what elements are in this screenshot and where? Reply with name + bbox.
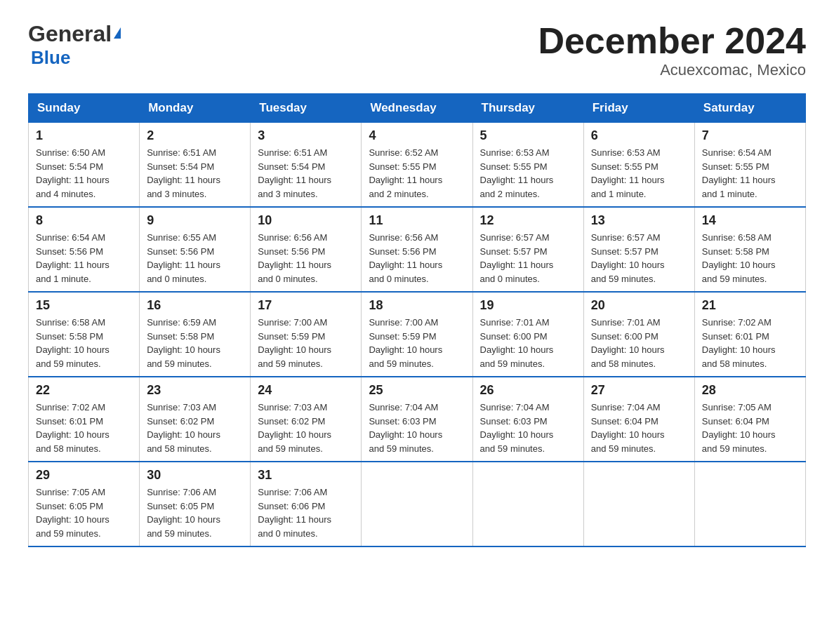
day-info: Sunrise: 7:04 AM Sunset: 6:03 PM Dayligh… [369, 401, 465, 455]
header-friday: Friday [583, 94, 694, 123]
day-info: Sunrise: 6:54 AM Sunset: 5:56 PM Dayligh… [36, 231, 132, 286]
day-info: Sunrise: 6:55 AM Sunset: 5:56 PM Dayligh… [147, 231, 243, 286]
calendar-cell: 14Sunrise: 6:58 AM Sunset: 5:58 PM Dayli… [694, 207, 805, 292]
calendar-cell [472, 462, 583, 546]
calendar-header-row: SundayMondayTuesdayWednesdayThursdayFrid… [29, 94, 806, 123]
calendar-week-row: 1Sunrise: 6:50 AM Sunset: 5:54 PM Daylig… [29, 123, 806, 208]
day-number: 7 [702, 128, 798, 143]
calendar-cell: 22Sunrise: 7:02 AM Sunset: 6:01 PM Dayli… [29, 377, 140, 462]
calendar-cell: 16Sunrise: 6:59 AM Sunset: 5:58 PM Dayli… [140, 292, 251, 377]
day-info: Sunrise: 7:04 AM Sunset: 6:04 PM Dayligh… [591, 401, 687, 455]
day-number: 12 [480, 213, 576, 228]
logo-text: General [28, 21, 121, 47]
day-number: 16 [147, 298, 243, 313]
header-monday: Monday [140, 94, 251, 123]
day-info: Sunrise: 7:03 AM Sunset: 6:02 PM Dayligh… [147, 401, 243, 455]
page-subtitle: Acuexcomac, Mexico [538, 61, 806, 79]
day-number: 19 [480, 298, 576, 313]
day-number: 15 [36, 298, 132, 313]
day-number: 2 [147, 128, 243, 143]
day-number: 10 [258, 213, 354, 228]
day-info: Sunrise: 6:59 AM Sunset: 5:58 PM Dayligh… [147, 316, 243, 370]
day-number: 31 [258, 468, 354, 483]
calendar-cell: 15Sunrise: 6:58 AM Sunset: 5:58 PM Dayli… [29, 292, 140, 377]
logo-triangle-icon [114, 27, 121, 39]
calendar-cell: 30Sunrise: 7:06 AM Sunset: 6:05 PM Dayli… [140, 462, 251, 546]
page-header: General Blue December 2024 Acuexcomac, M… [28, 21, 806, 79]
calendar-cell: 11Sunrise: 6:56 AM Sunset: 5:56 PM Dayli… [362, 207, 472, 292]
calendar-cell: 28Sunrise: 7:05 AM Sunset: 6:04 PM Dayli… [694, 377, 805, 462]
day-number: 13 [591, 213, 687, 228]
day-info: Sunrise: 7:02 AM Sunset: 6:01 PM Dayligh… [702, 316, 798, 370]
calendar-cell: 8Sunrise: 6:54 AM Sunset: 5:56 PM Daylig… [29, 207, 140, 292]
day-number: 18 [369, 298, 465, 313]
calendar-cell: 7Sunrise: 6:54 AM Sunset: 5:55 PM Daylig… [694, 123, 805, 208]
day-number: 17 [258, 298, 354, 313]
calendar-cell: 23Sunrise: 7:03 AM Sunset: 6:02 PM Dayli… [140, 377, 251, 462]
day-info: Sunrise: 7:01 AM Sunset: 6:00 PM Dayligh… [480, 316, 576, 370]
calendar-cell: 10Sunrise: 6:56 AM Sunset: 5:56 PM Dayli… [251, 207, 362, 292]
day-info: Sunrise: 7:00 AM Sunset: 5:59 PM Dayligh… [369, 316, 465, 370]
day-info: Sunrise: 6:50 AM Sunset: 5:54 PM Dayligh… [36, 146, 132, 201]
calendar-cell: 31Sunrise: 7:06 AM Sunset: 6:06 PM Dayli… [251, 462, 362, 546]
calendar-table: SundayMondayTuesdayWednesdayThursdayFrid… [28, 93, 806, 547]
day-number: 30 [147, 468, 243, 483]
day-number: 20 [591, 298, 687, 313]
day-info: Sunrise: 7:02 AM Sunset: 6:01 PM Dayligh… [36, 401, 132, 455]
calendar-week-row: 22Sunrise: 7:02 AM Sunset: 6:01 PM Dayli… [29, 377, 806, 462]
logo-general: General [28, 21, 112, 47]
calendar-week-row: 8Sunrise: 6:54 AM Sunset: 5:56 PM Daylig… [29, 207, 806, 292]
day-info: Sunrise: 7:04 AM Sunset: 6:03 PM Dayligh… [480, 401, 576, 455]
calendar-cell: 2Sunrise: 6:51 AM Sunset: 5:54 PM Daylig… [140, 123, 251, 208]
day-info: Sunrise: 7:06 AM Sunset: 6:05 PM Dayligh… [147, 485, 243, 540]
calendar-cell: 18Sunrise: 7:00 AM Sunset: 5:59 PM Dayli… [362, 292, 472, 377]
day-number: 8 [36, 213, 132, 228]
page-title: December 2024 [538, 21, 806, 61]
day-number: 28 [702, 383, 798, 398]
day-info: Sunrise: 6:57 AM Sunset: 5:57 PM Dayligh… [591, 231, 687, 286]
calendar-cell: 3Sunrise: 6:51 AM Sunset: 5:54 PM Daylig… [251, 123, 362, 208]
day-number: 25 [369, 383, 465, 398]
day-info: Sunrise: 7:05 AM Sunset: 6:05 PM Dayligh… [36, 485, 132, 540]
day-number: 6 [591, 128, 687, 143]
calendar-cell: 29Sunrise: 7:05 AM Sunset: 6:05 PM Dayli… [29, 462, 140, 546]
day-number: 11 [369, 213, 465, 228]
day-number: 26 [480, 383, 576, 398]
day-number: 24 [258, 383, 354, 398]
calendar-week-row: 15Sunrise: 6:58 AM Sunset: 5:58 PM Dayli… [29, 292, 806, 377]
day-number: 14 [702, 213, 798, 228]
header-tuesday: Tuesday [251, 94, 362, 123]
calendar-cell: 27Sunrise: 7:04 AM Sunset: 6:04 PM Dayli… [583, 377, 694, 462]
day-info: Sunrise: 7:05 AM Sunset: 6:04 PM Dayligh… [702, 401, 798, 455]
day-number: 1 [36, 128, 132, 143]
day-info: Sunrise: 6:56 AM Sunset: 5:56 PM Dayligh… [258, 231, 354, 286]
day-number: 29 [36, 468, 132, 483]
day-info: Sunrise: 6:52 AM Sunset: 5:55 PM Dayligh… [369, 146, 465, 201]
calendar-cell: 24Sunrise: 7:03 AM Sunset: 6:02 PM Dayli… [251, 377, 362, 462]
day-info: Sunrise: 6:51 AM Sunset: 5:54 PM Dayligh… [258, 146, 354, 201]
day-info: Sunrise: 6:54 AM Sunset: 5:55 PM Dayligh… [702, 146, 798, 201]
calendar-cell [694, 462, 805, 546]
calendar-week-row: 29Sunrise: 7:05 AM Sunset: 6:05 PM Dayli… [29, 462, 806, 546]
calendar-cell: 12Sunrise: 6:57 AM Sunset: 5:57 PM Dayli… [472, 207, 583, 292]
day-info: Sunrise: 7:00 AM Sunset: 5:59 PM Dayligh… [258, 316, 354, 370]
calendar-cell: 4Sunrise: 6:52 AM Sunset: 5:55 PM Daylig… [362, 123, 472, 208]
header-sunday: Sunday [29, 94, 140, 123]
calendar-cell: 13Sunrise: 6:57 AM Sunset: 5:57 PM Dayli… [583, 207, 694, 292]
day-number: 9 [147, 213, 243, 228]
calendar-cell: 19Sunrise: 7:01 AM Sunset: 6:00 PM Dayli… [472, 292, 583, 377]
header-wednesday: Wednesday [362, 94, 472, 123]
calendar-cell: 26Sunrise: 7:04 AM Sunset: 6:03 PM Dayli… [472, 377, 583, 462]
title-block: December 2024 Acuexcomac, Mexico [538, 21, 806, 79]
calendar-cell: 5Sunrise: 6:53 AM Sunset: 5:55 PM Daylig… [472, 123, 583, 208]
logo: General Blue [28, 21, 121, 69]
day-info: Sunrise: 6:53 AM Sunset: 5:55 PM Dayligh… [480, 146, 576, 201]
calendar-cell: 20Sunrise: 7:01 AM Sunset: 6:00 PM Dayli… [583, 292, 694, 377]
calendar-cell: 9Sunrise: 6:55 AM Sunset: 5:56 PM Daylig… [140, 207, 251, 292]
day-info: Sunrise: 6:58 AM Sunset: 5:58 PM Dayligh… [36, 316, 132, 370]
day-number: 3 [258, 128, 354, 143]
day-info: Sunrise: 7:06 AM Sunset: 6:06 PM Dayligh… [258, 485, 354, 540]
day-info: Sunrise: 6:53 AM Sunset: 5:55 PM Dayligh… [591, 146, 687, 201]
day-info: Sunrise: 6:57 AM Sunset: 5:57 PM Dayligh… [480, 231, 576, 286]
day-info: Sunrise: 7:01 AM Sunset: 6:00 PM Dayligh… [591, 316, 687, 370]
